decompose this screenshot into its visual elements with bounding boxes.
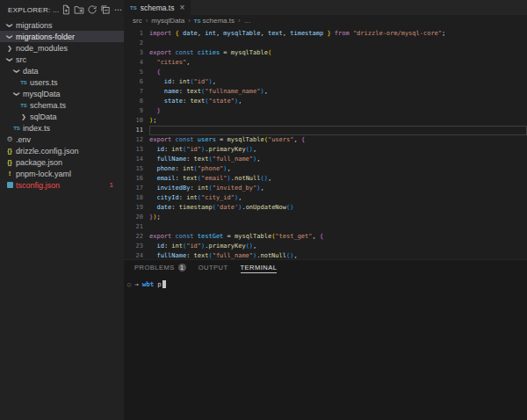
new-folder-icon[interactable] [73,4,85,16]
code-line-14[interactable]: 14 fullName: text("full_name"), [124,155,527,164]
line-number: 16 [124,174,143,184]
typescript-icon: TS [19,80,28,85]
code-line-2[interactable]: 2 [124,39,527,48]
panel-tab-label: PROBLEMS [134,264,175,272]
breadcrumb-separator: › [188,17,191,25]
code-line-content: fullName: text("full_name"), [149,155,527,164]
tree-item-label: tsconfig.json [16,181,60,190]
line-number: 7 [124,87,143,97]
line-number: 5 [124,68,143,77]
chevron-right-icon: ❯ [19,113,28,120]
code-line-4[interactable]: 4 "cities", [124,58,527,68]
line-number: 11 [124,126,143,135]
code-editor[interactable]: 1import { date, int, mysqlTable, text, t… [124,26,527,259]
tab-schema-ts[interactable]: TS schema.ts × [124,0,191,15]
code-line-10[interactable]: 10); [124,116,527,126]
code-line-16[interactable]: 16 email: text("email").notNull(), [124,174,527,184]
code-line-content: cityId: int("city_id"), [149,193,527,203]
typescript-file-icon: TS [130,5,137,11]
typescript-icon: TS [12,126,21,131]
breadcrumb: src›mysqlData›TSschema.ts›… [124,15,527,26]
breadcrumb-item-src[interactable]: src [133,17,142,25]
code-line-11[interactable]: 11 [124,126,527,135]
tree-item-package-json[interactable]: {}package.json [0,156,124,168]
code-line-22[interactable]: 22export const testGet = mysqlTable("tes… [124,232,527,242]
code-line-8[interactable]: 8 state: text("state"), [124,97,527,106]
code-line-7[interactable]: 7 name: text("fullname_name"), [124,87,527,97]
code-line-content [149,126,527,135]
tree-item-data[interactable]: ❯data [0,65,124,76]
panel-tab-terminal[interactable]: TERMINAL [241,260,278,275]
line-number: 6 [124,77,143,87]
code-line-21[interactable]: 21 [124,222,527,232]
braces-icon: {} [5,159,14,165]
line-number: 15 [124,164,143,174]
tree-item-drizzle-config-json[interactable]: {}drizzle.config.json [0,145,124,156]
tree-item-env[interactable]: ⚙.env [0,134,124,145]
code-line-24[interactable]: 24 fullName: text("full_name").notNull()… [124,251,527,259]
terminal[interactable]: ○ → wbt p [124,275,527,289]
tree-item-label: data [23,67,39,76]
tree-item-label: package.json [16,158,62,167]
code-line-18[interactable]: 18 cityId: int("city_id"), [124,193,527,203]
close-icon[interactable]: × [179,4,184,12]
code-line-3[interactable]: 3export const cities = mysqlTable( [124,48,527,58]
code-line-12[interactable]: 12export const users = mysqlTable("users… [124,135,527,145]
more-actions-icon[interactable]: ⋯ [112,4,124,16]
tab-bar: TS schema.ts × [124,0,527,15]
breadcrumb-item-mysqldata[interactable]: mysqlData [151,17,184,25]
breadcrumb-label: src [133,17,142,25]
tree-item-label: src [16,55,26,64]
code-line-6[interactable]: 6 id: int("id"), [124,77,527,87]
terminal-cursor [162,280,166,288]
collapse-all-icon[interactable] [99,4,112,16]
tree-item-mysqldata[interactable]: ❯mysqlData [0,88,124,99]
tree-item-schema-ts[interactable]: TSschema.ts [0,99,124,111]
breadcrumb-item-[interactable]: … [244,17,251,25]
tree-item-src[interactable]: ❯src [0,54,124,65]
breadcrumb-item-schema-ts[interactable]: TSschema.ts [194,17,235,25]
code-line-15[interactable]: 15 phone: int("phone"), [124,164,527,174]
tree-item-users-ts[interactable]: TSusers.ts [0,76,124,88]
tree-item-label: schema.ts [30,101,66,110]
tree-item-migrations-folder[interactable]: ❯migrations-folder [0,31,124,42]
chevron-down-icon: ❯ [13,90,20,98]
code-line-23[interactable]: 23 id: int("id").primaryKey(), [124,242,527,251]
tree-item-index-ts[interactable]: TSindex.ts [0,122,124,134]
terminal-argument: p [157,280,162,288]
panel-tab-problems[interactable]: PROBLEMS1 [134,260,186,275]
code-line-content: { [149,68,527,77]
code-line-5[interactable]: 5 { [124,68,527,77]
code-line-1[interactable]: 1import { date, int, mysqlTable, text, t… [124,29,527,39]
code-line-17[interactable]: 17 invitedBy: int("invited_by"), [124,184,527,193]
chevron-down-icon: ❯ [6,55,13,64]
code-line-content: invitedBy: int("invited_by"), [149,184,527,193]
line-number: 18 [124,193,143,203]
code-line-20[interactable]: 20}); [124,213,527,222]
typescript-icon: TS [19,103,28,108]
code-line-13[interactable]: 13 id: int("id").primaryKey(), [124,145,527,155]
tree-item-pnpm-lock-yaml[interactable]: !pnpm-lock.yaml [0,168,124,179]
refresh-icon[interactable] [86,4,98,16]
panel-tab-output[interactable]: OUTPUT [199,260,228,275]
gear-icon: ⚙ [5,136,14,143]
problems-count-badge: 1 [178,264,186,272]
panel-tab-bar: PROBLEMS1OUTPUTTERMINAL [124,260,527,275]
line-number: 21 [124,222,143,232]
code-line-9[interactable]: 9 } [124,106,527,116]
tree-item-label: migrations-folder [16,33,75,41]
code-line-content: ); [149,116,527,126]
vscode-window: EXPLORER: ... ⋯ ❯migrations❯migrations-f… [0,0,527,420]
code-line-19[interactable]: 19 date: timestamp('date').onUpdateNow() [124,203,527,213]
explorer-header: EXPLORER: ... ⋯ [0,0,124,19]
tree-item-sqldata[interactable]: ❯sqlData [0,111,124,122]
code-line-content: email: text("email").notNull(), [149,174,527,184]
tree-item-migrations[interactable]: ❯migrations [0,19,124,31]
tree-item-tsconfig-json[interactable]: tsconfig.json1 [0,179,124,191]
tree-item-node-modules[interactable]: ❯node_modules [0,42,124,54]
line-number: 17 [124,184,143,193]
new-file-icon[interactable] [60,4,72,16]
exclamation-icon: ! [5,170,14,177]
terminal-argument-wrap: p [157,280,166,288]
code-line-content: date: timestamp('date').onUpdateNow() [149,203,527,213]
